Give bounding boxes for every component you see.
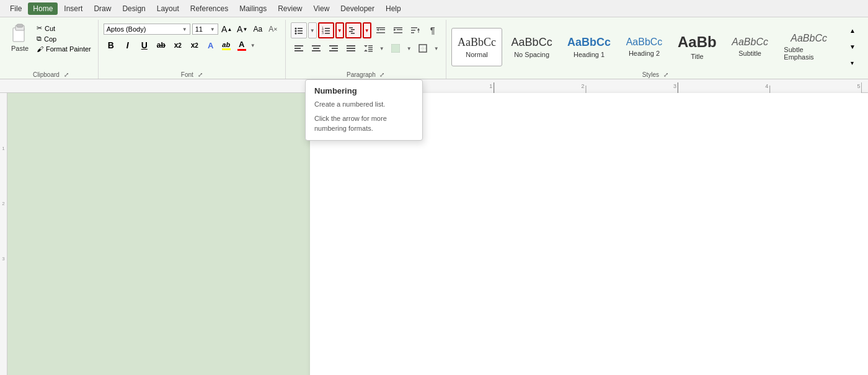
- line-spacing-dropdown[interactable]: ▼: [378, 40, 386, 56]
- svg-rect-35: [312, 45, 321, 46]
- svg-text:5: 5: [857, 82, 861, 89]
- numbering-button[interactable]: 1. 2. 3.: [318, 22, 334, 38]
- line-spacing-button[interactable]: [360, 40, 376, 56]
- style-heading1-preview: AaBbCc: [567, 36, 611, 49]
- shading-dropdown[interactable]: ▼: [405, 40, 414, 56]
- styles-expand[interactable]: ▾: [846, 56, 859, 70]
- svg-rect-47: [368, 47, 373, 48]
- menu-item-draw[interactable]: Draw: [89, 2, 116, 15]
- style-subtle-emphasis[interactable]: AaBbCc Subtle Emphasis: [777, 28, 841, 66]
- subscript-button[interactable]: x2: [170, 38, 185, 53]
- strikethrough-button[interactable]: ab: [154, 38, 169, 53]
- font-color-icon: A: [237, 40, 246, 51]
- style-heading2-preview: AaBbCc: [626, 37, 663, 48]
- style-heading1[interactable]: AaBbCc Heading 1: [561, 28, 617, 66]
- format-painter-button[interactable]: 🖌 Format Painter: [35, 45, 93, 53]
- left-ruler: 1 2 3: [0, 93, 7, 375]
- show-marks-button[interactable]: ¶: [425, 22, 441, 38]
- svg-rect-40: [329, 50, 338, 51]
- style-subtitle-label: Subtitle: [738, 50, 761, 57]
- left-margin-area: [0, 93, 310, 375]
- svg-marker-44: [364, 45, 368, 47]
- style-subtitle[interactable]: AaBbCc Subtitle: [725, 28, 774, 66]
- alignment-row: ▼ ▼ ▼: [291, 40, 441, 56]
- style-heading2[interactable]: AaBbCc Heading 2: [619, 28, 668, 66]
- clipboard-sub-buttons: ✂ Cut ⧉ Cop 🖌 Format Painter: [35, 24, 93, 53]
- cut-button[interactable]: ✂ Cut: [35, 24, 93, 33]
- format-painter-icon: 🖌: [37, 45, 43, 53]
- paste-button[interactable]: Paste: [7, 22, 32, 53]
- svg-rect-17: [349, 31, 353, 32]
- copy-button[interactable]: ⧉ Cop: [35, 34, 93, 43]
- svg-rect-14: [325, 33, 330, 34]
- tooltip-title: Numbering: [314, 86, 414, 95]
- paragraph-group: ▼ 1. 2. 3. ▼: [286, 20, 446, 79]
- menu-item-view[interactable]: View: [309, 2, 335, 15]
- increase-indent-button[interactable]: [390, 22, 406, 38]
- menu-item-references[interactable]: References: [185, 2, 233, 15]
- underline-button[interactable]: U: [137, 38, 152, 53]
- style-normal[interactable]: AaBbCc Normal: [451, 28, 503, 66]
- shading-button[interactable]: [388, 40, 404, 56]
- style-title[interactable]: AaBb Title: [671, 28, 723, 66]
- menu-item-developer[interactable]: Developer: [335, 2, 379, 15]
- font-color-dropdown-arrow[interactable]: ▼: [250, 43, 255, 48]
- menu-item-insert[interactable]: Insert: [59, 2, 87, 15]
- svg-point-3: [294, 28, 296, 30]
- svg-rect-19: [376, 27, 385, 29]
- menu-item-layout[interactable]: Layout: [152, 2, 184, 15]
- borders-dropdown[interactable]: ▼: [432, 40, 441, 56]
- align-left-button[interactable]: [291, 40, 307, 56]
- bullets-dropdown-arrow[interactable]: ▼: [308, 22, 317, 38]
- svg-text:1: 1: [489, 82, 492, 89]
- svg-marker-30: [417, 28, 420, 30]
- font-size-dropdown-arrow: ▼: [210, 27, 215, 32]
- menu-item-file[interactable]: File: [5, 2, 27, 15]
- change-case-button[interactable]: Aa: [251, 22, 265, 36]
- svg-rect-33: [294, 48, 301, 49]
- svg-rect-31: [418, 30, 418, 33]
- menu-item-home[interactable]: Home: [28, 2, 58, 15]
- numbering-dropdown-arrow[interactable]: ▼: [335, 22, 344, 38]
- styles-scroll-up[interactable]: ▲: [846, 24, 859, 38]
- svg-text:3.: 3.: [322, 31, 324, 35]
- bullets-button[interactable]: [291, 22, 307, 38]
- styles-scroll-down[interactable]: ▼: [846, 40, 859, 54]
- bold-button[interactable]: B: [104, 38, 118, 53]
- text-effects-button[interactable]: A: [204, 38, 218, 52]
- align-right-button[interactable]: [326, 40, 342, 56]
- menu-item-mailings[interactable]: Mailings: [234, 2, 272, 15]
- svg-rect-18: [351, 33, 355, 34]
- multilevel-list-button[interactable]: [345, 22, 361, 38]
- justify-button[interactable]: [343, 40, 359, 56]
- svg-rect-28: [411, 30, 415, 31]
- tooltip-line1: Create a numbered list.: [314, 99, 414, 110]
- italic-button[interactable]: I: [120, 38, 135, 53]
- menu-item-design[interactable]: Design: [117, 2, 150, 15]
- style-no-spacing[interactable]: AaBbCc No Spacing: [505, 28, 559, 66]
- font-color-button[interactable]: A: [235, 38, 249, 52]
- borders-button[interactable]: [415, 40, 431, 56]
- multilevel-list-dropdown-arrow[interactable]: ▼: [363, 22, 371, 38]
- menu-item-help[interactable]: Help: [381, 2, 406, 15]
- increase-font-size-button[interactable]: A▲: [220, 22, 234, 36]
- style-heading1-label: Heading 1: [574, 51, 604, 58]
- font-size-selector[interactable]: 11 ▼: [192, 24, 218, 35]
- font-family-dropdown-arrow: ▼: [182, 27, 187, 32]
- decrease-indent-button[interactable]: [373, 22, 389, 38]
- sort-button[interactable]: [407, 22, 423, 38]
- style-subtle-emphasis-preview: AaBbCc: [790, 33, 827, 44]
- style-heading2-label: Heading 2: [629, 50, 660, 57]
- font-family-selector[interactable]: Aptos (Body) ▼: [104, 24, 190, 35]
- text-highlight-button[interactable]: ab: [219, 38, 233, 52]
- svg-rect-38: [329, 45, 338, 46]
- svg-rect-21: [379, 29, 385, 30]
- svg-rect-23: [394, 27, 402, 29]
- clear-formatting-button[interactable]: A✕: [267, 22, 280, 36]
- svg-rect-10: [325, 28, 330, 29]
- superscript-button[interactable]: x2: [187, 38, 202, 53]
- align-center-button[interactable]: [308, 40, 324, 56]
- paste-icon: [10, 24, 30, 43]
- decrease-font-size-button[interactable]: A▼: [236, 22, 249, 36]
- menu-item-review[interactable]: Review: [273, 2, 307, 15]
